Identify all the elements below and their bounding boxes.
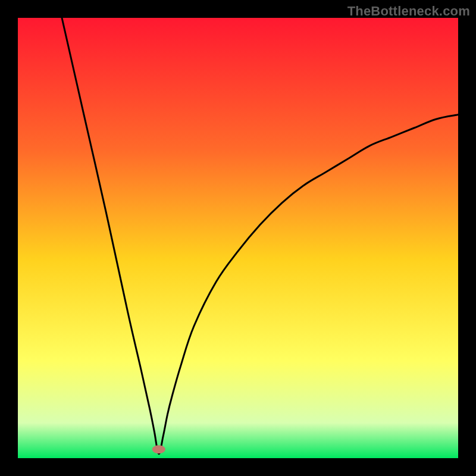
optimum-marker bbox=[152, 445, 165, 453]
gradient-background bbox=[18, 18, 458, 458]
bottleneck-chart bbox=[18, 18, 458, 458]
watermark-text: TheBottleneck.com bbox=[347, 4, 470, 19]
chart-frame bbox=[18, 18, 458, 458]
